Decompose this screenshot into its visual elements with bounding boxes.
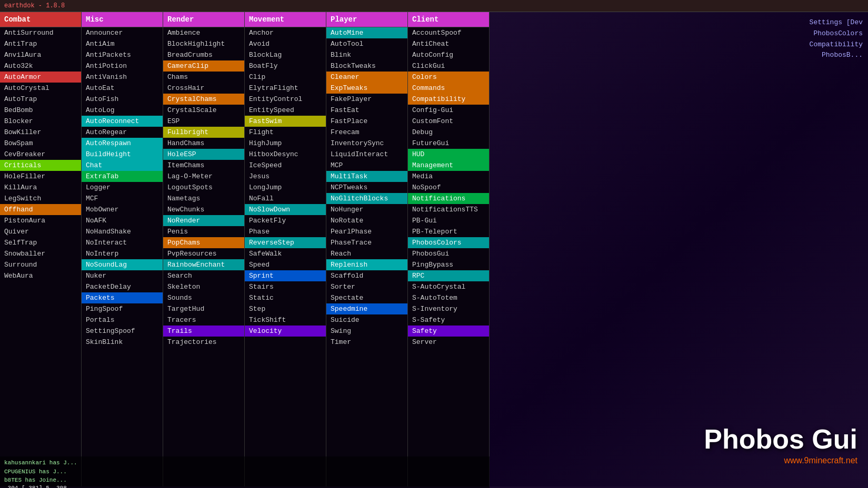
module-item-debug[interactable]: Debug: [408, 127, 489, 138]
module-item-notificationstts[interactable]: NotificationsTTS: [408, 204, 489, 215]
module-item-reach[interactable]: Reach: [326, 248, 407, 259]
module-item-blocklag[interactable]: BlockLag: [245, 49, 326, 60]
module-item-skeleton[interactable]: Skeleton: [163, 281, 244, 292]
module-item-blink[interactable]: Blink: [326, 49, 407, 60]
module-item-newchunks[interactable]: NewChunks: [163, 204, 244, 215]
module-item-compatibility[interactable]: Compatibility: [408, 94, 489, 105]
module-item-selftrap[interactable]: SelfTrap: [0, 237, 81, 248]
module-item-server[interactable]: Server: [408, 337, 489, 348]
module-item-sounds[interactable]: Sounds: [163, 292, 244, 303]
module-item-entitycontrol[interactable]: EntityControl: [245, 94, 326, 105]
module-item-crystalscale[interactable]: CrystalScale: [163, 105, 244, 116]
module-item-autofish[interactable]: AutoFish: [82, 94, 163, 105]
module-item-fastplace[interactable]: FastPlace: [326, 116, 407, 127]
module-item-anchor[interactable]: Anchor: [245, 27, 326, 38]
module-item-antivanish[interactable]: AntiVanish: [82, 72, 163, 83]
module-item-crosshair[interactable]: CrossHair: [163, 83, 244, 94]
module-item-avoid[interactable]: Avoid: [245, 38, 326, 49]
module-item-mcp[interactable]: MCP: [326, 160, 407, 171]
module-item-cleaner[interactable]: Cleaner: [326, 72, 407, 83]
module-item-anticheat[interactable]: AntiCheat: [408, 38, 489, 49]
module-item-pb-teleport[interactable]: PB-Teleport: [408, 226, 489, 237]
module-item-commands[interactable]: Commands: [408, 83, 489, 94]
module-item-mobowner[interactable]: MobOwner: [82, 204, 163, 215]
module-item-icespeed[interactable]: IceSpeed: [245, 160, 326, 171]
module-item-phase[interactable]: Phase: [245, 226, 326, 237]
module-item-customfont[interactable]: CustomFont: [408, 116, 489, 127]
module-item-safety[interactable]: Safety: [408, 326, 489, 337]
module-item-antisurround[interactable]: AntiSurround: [0, 27, 81, 38]
module-item-media[interactable]: Media: [408, 171, 489, 182]
module-item-entityspeed[interactable]: EntitySpeed: [245, 105, 326, 116]
module-item-noglitchblocks[interactable]: NoGlitchBlocks: [326, 193, 407, 204]
module-item-itemchams[interactable]: ItemChams: [163, 160, 244, 171]
module-item-surround[interactable]: Surround: [0, 259, 81, 270]
module-item-autotool[interactable]: AutoTool: [326, 38, 407, 49]
module-item-nuker[interactable]: Nuker: [82, 270, 163, 281]
module-item-bowspam[interactable]: BowSpam: [0, 138, 81, 149]
module-item-trajectories[interactable]: Trajectories: [163, 337, 244, 348]
module-item-fastswim[interactable]: FastSwim: [245, 116, 326, 127]
module-item-packets[interactable]: Packets: [82, 292, 163, 303]
module-item-packetdelay[interactable]: PacketDelay: [82, 281, 163, 292]
module-item-speed[interactable]: Speed: [245, 259, 326, 270]
module-item-blocker[interactable]: Blocker: [0, 116, 81, 127]
module-item-timer[interactable]: Timer: [326, 337, 407, 348]
module-item-criticals[interactable]: Criticals: [0, 160, 81, 171]
module-item-s-safety[interactable]: S-Safety: [408, 314, 489, 326]
module-item-tracers[interactable]: Tracers: [163, 314, 244, 326]
module-item-rainbowenchant[interactable]: RainbowEnchant: [163, 259, 244, 270]
module-item-crystalchams[interactable]: CrystalChams: [163, 94, 244, 105]
module-item-bowkiller[interactable]: BowKiller: [0, 127, 81, 138]
module-item-tickshift[interactable]: TickShift: [245, 314, 326, 326]
module-item-notifications[interactable]: Notifications: [408, 193, 489, 204]
module-item-autocrystal[interactable]: AutoCrystal: [0, 83, 81, 94]
module-item-exptweaks[interactable]: ExpTweaks: [326, 83, 407, 94]
module-item-antipotion[interactable]: AntiPotion: [82, 60, 163, 72]
module-item-breadcrumbs[interactable]: BreadCrumbs: [163, 49, 244, 60]
module-item-trails[interactable]: Trails: [163, 326, 244, 337]
module-item-ambience[interactable]: Ambience: [163, 27, 244, 38]
module-item-pearlphase[interactable]: PearlPhase: [326, 226, 407, 237]
module-item-velocity[interactable]: Velocity: [245, 326, 326, 337]
module-item-autoregear[interactable]: AutoRegear: [82, 127, 163, 138]
module-item-fullbright[interactable]: Fullbright: [163, 127, 244, 138]
module-item-futuregui[interactable]: FutureGui: [408, 138, 489, 149]
module-item-norender[interactable]: NoRender: [163, 215, 244, 226]
module-item-s-inventory[interactable]: S-Inventory: [408, 303, 489, 314]
module-item-chat[interactable]: Chat: [82, 160, 163, 171]
module-item-legswitch[interactable]: LegSwitch: [0, 193, 81, 204]
module-item-pvpresources[interactable]: PvpResources: [163, 248, 244, 259]
module-item-safewalk[interactable]: SafeWalk: [245, 248, 326, 259]
module-item-fasteat[interactable]: FastEat: [326, 105, 407, 116]
module-item-chams[interactable]: Chams: [163, 72, 244, 83]
module-item-s-autototem[interactable]: S-AutoTotem: [408, 292, 489, 303]
module-item-jesus[interactable]: Jesus: [245, 171, 326, 182]
module-item-config-gui[interactable]: Config-Gui: [408, 105, 489, 116]
module-item-autoreconnect[interactable]: AutoReconnect: [82, 116, 163, 127]
module-item-spectate[interactable]: Spectate: [326, 292, 407, 303]
module-item-reversestep[interactable]: ReverseStep: [245, 237, 326, 248]
module-item-autoarmor[interactable]: AutoArmor: [0, 72, 81, 83]
module-item-static[interactable]: Static: [245, 292, 326, 303]
module-item-hud[interactable]: HUD: [408, 149, 489, 160]
module-item-autoconfig[interactable]: AutoConfig: [408, 49, 489, 60]
module-item-logoutspots[interactable]: LogoutSpots: [163, 182, 244, 193]
module-item-step[interactable]: Step: [245, 303, 326, 314]
module-item-clickgui[interactable]: ClickGui: [408, 60, 489, 72]
module-item-lag-o-meter[interactable]: Lag-O-Meter: [163, 171, 244, 182]
module-item-autolog[interactable]: AutoLog: [82, 105, 163, 116]
module-item-logger[interactable]: Logger: [82, 182, 163, 193]
module-item-nointerp[interactable]: NoInterp: [82, 248, 163, 259]
module-item-norotate[interactable]: NoRotate: [326, 215, 407, 226]
module-item-freecam[interactable]: Freecam: [326, 127, 407, 138]
module-item-anvilaura[interactable]: AnvilAura: [0, 49, 81, 60]
module-item-multitask[interactable]: MultiTask: [326, 171, 407, 182]
module-item-pistonaura[interactable]: PistonAura: [0, 215, 81, 226]
module-item-phasetrace[interactable]: PhaseTrace: [326, 237, 407, 248]
module-item-cevbreaker[interactable]: CevBreaker: [0, 149, 81, 160]
module-item-swing[interactable]: Swing: [326, 326, 407, 337]
module-item-inventorysync[interactable]: InventorySync: [326, 138, 407, 149]
module-item-popchams[interactable]: PopChams: [163, 237, 244, 248]
module-item-buildheight[interactable]: BuildHeight: [82, 149, 163, 160]
